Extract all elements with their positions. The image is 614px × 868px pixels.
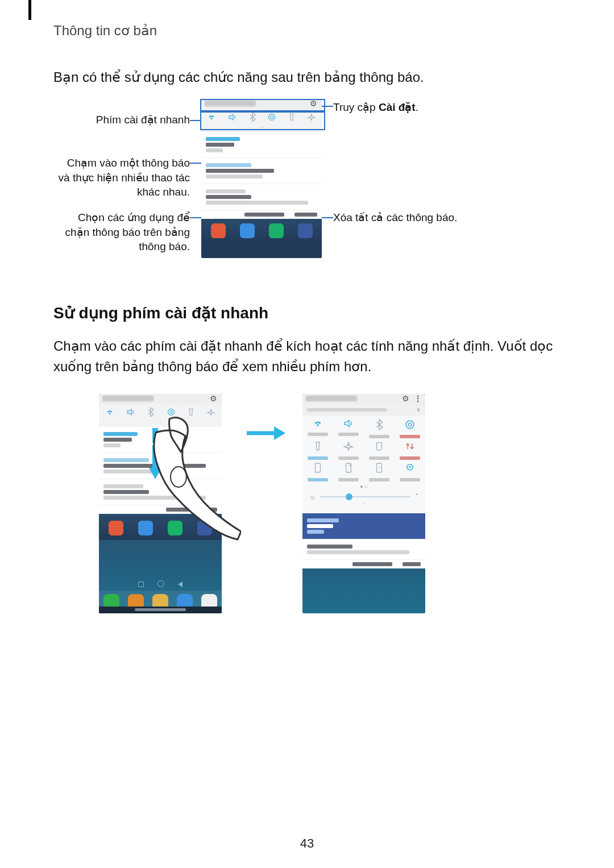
block-notifications-button[interactable]: [244, 213, 284, 217]
quick-settings-panel: ? ● ○ ☼ ˅ ⸺: [302, 416, 425, 513]
qs-private-mode[interactable]: ?: [364, 462, 395, 481]
search-placeholder-blur: [307, 408, 387, 412]
page-tab-mark: [28, 0, 31, 20]
svg-point-15: [350, 464, 351, 466]
diagram-notification-panel: Phím cài đặt nhanh Chạm vào một thông bá…: [53, 99, 561, 275]
qs-location[interactable]: [395, 462, 425, 481]
wifi-icon[interactable]: [105, 408, 114, 418]
callout-text: Chạm vào một thông báo và thực hiện nhiề…: [59, 157, 190, 198]
nav-recent-icon[interactable]: [138, 582, 144, 587]
block-notifications-button[interactable]: [352, 562, 392, 566]
clear-button[interactable]: [294, 213, 317, 217]
app-icon[interactable]: [269, 223, 284, 238]
diagram-swipe-expand: ⚙ ⸺: [53, 394, 561, 633]
status-date-blur: [306, 396, 357, 401]
mic-icon[interactable]: 🎙: [416, 408, 421, 413]
callout-tap-notification: Chạm vào một thông báo và thực hiện nhiề…: [53, 156, 190, 200]
svg-rect-13: [316, 463, 321, 472]
qs-power-saving[interactable]: [364, 441, 395, 460]
svg-point-19: [409, 466, 411, 468]
status-date-blur: [102, 396, 154, 401]
nav-back-icon[interactable]: [178, 582, 182, 587]
chevron-down-icon[interactable]: ˅: [415, 493, 418, 501]
emergency-calls-text: [135, 608, 186, 611]
svg-rect-12: [377, 442, 382, 450]
svg-point-11: [408, 423, 412, 426]
notification-item[interactable]: [302, 539, 425, 560]
callout-quick-setting-keys: Phím cài đặt nhanh: [53, 113, 190, 127]
qs-sound[interactable]: [333, 419, 364, 438]
notification-footer: [201, 210, 322, 219]
status-bar: ⚙ ⋮: [302, 394, 425, 404]
svg-point-10: [406, 421, 414, 429]
app-icon[interactable]: [240, 223, 255, 238]
brightness-icon: ☼: [309, 493, 316, 501]
qs-hotspot[interactable]: [333, 462, 364, 481]
intro-text: Bạn có thể sử dụng các chức năng sau trê…: [53, 67, 561, 88]
qs-wifi[interactable]: [302, 419, 333, 438]
brightness-slider[interactable]: ☼ ˅: [302, 489, 425, 502]
callout-clear-all: Xóa tất cả các thông báo.: [333, 210, 492, 225]
callout-text: .: [416, 101, 418, 113]
qs-flashlight[interactable]: [302, 441, 333, 460]
gear-icon[interactable]: ⚙: [208, 394, 218, 403]
callout-access-settings: Truy cập Cài đặt.: [333, 100, 492, 115]
body-paragraph: Chạm vào các phím cài đặt nhanh để kích …: [53, 336, 561, 377]
qs-bluetooth[interactable]: [364, 419, 395, 438]
notification-item[interactable]: [201, 132, 322, 158]
highlight-quick-settings: [200, 110, 325, 130]
page-indicator: ● ○: [302, 484, 425, 489]
callout-text: Xóa tất cả các thông báo.: [333, 211, 457, 223]
heading-quick-setting-keys: Sử dụng phím cài đặt nhanh: [53, 304, 561, 322]
qs-mobile-data[interactable]: [395, 441, 425, 460]
callout-text: Truy cập: [333, 101, 379, 113]
section-title: Thông tin cơ bản: [53, 23, 561, 39]
more-icon[interactable]: ⋮: [413, 394, 423, 403]
callout-text: Phím cài đặt nhanh: [96, 114, 190, 126]
notification-footer: [302, 560, 425, 568]
notification-item[interactable]: [201, 158, 322, 184]
svg-text:?: ?: [378, 466, 381, 471]
app-icon[interactable]: [109, 521, 123, 535]
gear-icon[interactable]: ⚙: [400, 394, 410, 403]
clear-button[interactable]: [403, 562, 421, 566]
hand-gesture-illustration: [139, 410, 241, 541]
qs-bluelight[interactable]: [302, 462, 333, 481]
notification-item[interactable]: [302, 513, 425, 539]
notification-item[interactable]: [201, 184, 322, 210]
svg-marker-9: [274, 426, 285, 440]
callout-text-bold: Cài đặt: [379, 101, 416, 113]
app-icon[interactable]: [211, 223, 226, 238]
qs-rotate[interactable]: [395, 419, 425, 438]
status-bar: ⚙: [99, 394, 222, 404]
qs-airplane[interactable]: [333, 441, 364, 460]
drag-handle[interactable]: ⸺: [302, 502, 425, 508]
callout-block-apps: Chọn các ứng dụng để chặn thông báo trên…: [53, 210, 190, 254]
sound-icon[interactable]: [126, 408, 135, 418]
page-number: 43: [0, 836, 614, 851]
search-bar[interactable]: 🎙: [302, 404, 425, 416]
nav-home-icon[interactable]: [157, 580, 164, 587]
app-icon-folder[interactable]: [298, 223, 313, 238]
callout-text: Chọn các ứng dụng để chặn thông báo trên…: [65, 211, 190, 252]
transition-arrow: [246, 425, 285, 442]
home-row-icons: [201, 219, 322, 243]
phone-mock-expanded-panel: ⚙ ⋮ 🎙 ?: [302, 394, 425, 613]
